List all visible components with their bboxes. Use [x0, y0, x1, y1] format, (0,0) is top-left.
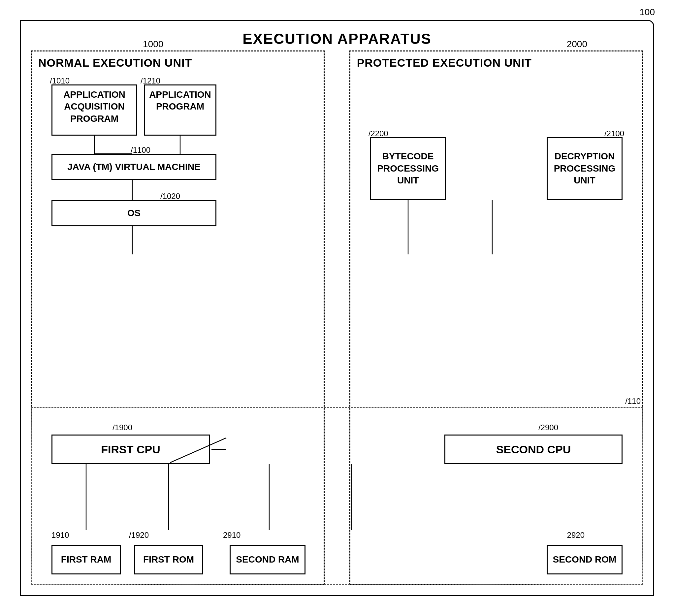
decryption-box: DECRYPTIONPROCESSINGUNIT — [547, 137, 623, 200]
diagram-title: EXECUTION APPARATUS — [21, 31, 653, 47]
second-ram-text: SECOND RAM — [236, 554, 299, 566]
ref-1000: 1000 — [143, 39, 163, 49]
app-acquisition-text: APPLICATIONACQUISITIONPROGRAM — [63, 89, 125, 124]
ref-1010: /1010 — [50, 76, 70, 86]
ref-1920: /1920 — [129, 530, 149, 540]
first-ram-box: FIRST RAM — [51, 545, 121, 575]
main-diagram: 100 EXECUTION APPARATUS 1000 2000 NORMAL… — [20, 20, 654, 596]
second-cpu-text: SECOND CPU — [496, 442, 571, 456]
ref-2000: 2000 — [567, 39, 587, 49]
app-acquisition-box: APPLICATIONACQUISITIONPROGRAM — [51, 85, 137, 135]
ref-2900: /2900 — [538, 423, 558, 432]
os-text: OS — [127, 207, 140, 219]
bytecode-box: BYTECODEPROCESSINGUNIT — [370, 137, 446, 200]
first-rom-text: FIRST ROM — [143, 554, 194, 566]
first-cpu-box: FIRST CPU — [51, 434, 210, 464]
app-program-box: APPLICATIONPROGRAM — [144, 85, 216, 135]
ref-1210: /1210 — [140, 76, 160, 86]
ref-2920: 2920 — [567, 530, 585, 540]
decryption-text: DECRYPTIONPROCESSINGUNIT — [554, 150, 615, 186]
os-box: OS — [51, 200, 216, 226]
app-program-text: APPLICATIONPROGRAM — [149, 89, 211, 111]
ref-2910: 2910 — [223, 530, 240, 540]
java-vm-box: JAVA (TM) VIRTUAL MACHINE — [51, 154, 216, 180]
ref-1100: /1100 — [131, 145, 150, 155]
ref-1900: /1900 — [112, 423, 132, 432]
second-ram-box: SECOND RAM — [230, 545, 306, 575]
ref-2100: /2100 — [604, 129, 624, 138]
java-vm-text: JAVA (TM) VIRTUAL MACHINE — [67, 161, 200, 173]
hardware-section: /110 /1900 FIRST CPU /2900 SECOND CPU 19… — [31, 407, 643, 585]
protected-unit-label: PROTECTED EXECUTION UNIT — [350, 52, 642, 69]
ref-2200: /2200 — [368, 129, 388, 138]
second-cpu-box: SECOND CPU — [444, 434, 623, 464]
normal-unit-label: NORMAL EXECUTION UNIT — [32, 52, 324, 69]
ref-100: 100 — [639, 7, 655, 17]
bytecode-text: BYTECODEPROCESSINGUNIT — [377, 150, 439, 186]
first-rom-box: FIRST ROM — [134, 545, 203, 575]
second-rom-box: SECOND ROM — [547, 545, 623, 575]
first-cpu-text: FIRST CPU — [101, 442, 160, 456]
ref-110: /110 — [625, 397, 641, 406]
ref-1910: 1910 — [51, 530, 69, 540]
ref-1020: /1020 — [160, 192, 180, 201]
first-ram-text: FIRST RAM — [61, 554, 111, 566]
second-rom-text: SECOND ROM — [553, 554, 616, 566]
